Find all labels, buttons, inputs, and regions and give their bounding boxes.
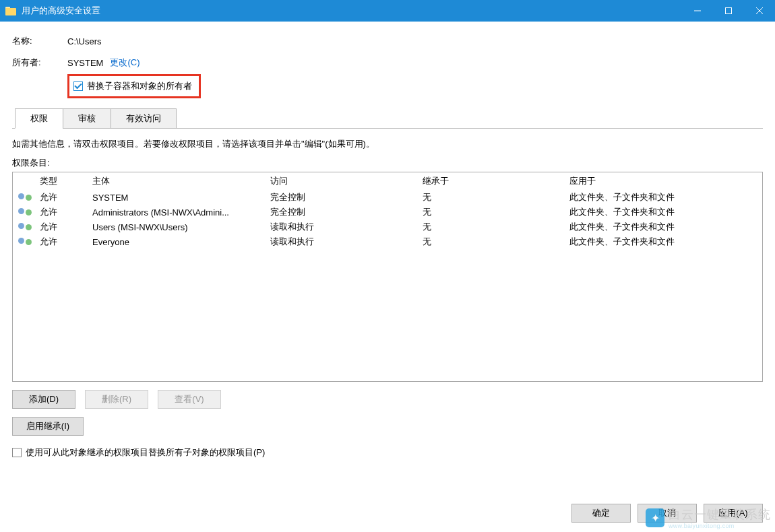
name-value: C:\Users [67,36,102,46]
maximize-button[interactable] [713,0,744,22]
enable-inheritance-button[interactable]: 启用继承(I) [12,417,84,436]
replace-owner-highlight: 替换子容器和对象的所有者 [67,74,201,98]
column-principal[interactable]: 主体 [92,175,270,187]
tab-strip: 权限 审核 有效访问 [12,108,763,129]
users-icon [18,207,32,218]
table-row[interactable]: 允许 Administrators (MSI-NWX\Admini... 完全控… [13,205,762,220]
minimize-button[interactable] [682,0,713,22]
replace-owner-label: 替换子容器和对象的所有者 [87,80,192,92]
column-applies[interactable]: 应用于 [569,175,760,187]
column-access[interactable]: 访问 [270,175,423,187]
folder-icon [5,7,16,15]
tab-effective-access[interactable]: 有效访问 [111,108,177,129]
users-icon [18,192,32,203]
apply-button[interactable]: 应用(A) [704,504,763,523]
column-type[interactable]: 类型 [40,175,92,187]
owner-value: SYSTEM [67,58,103,68]
title-bar: 用户的高级安全设置 [0,0,775,22]
remove-button[interactable]: 删除(R) [85,390,148,409]
table-row[interactable]: 允许 Everyone 读取和执行 无 此文件夹、子文件夹和文件 [13,234,762,249]
owner-label: 所有者: [12,57,67,69]
replace-owner-checkbox[interactable] [73,81,83,91]
view-button[interactable]: 查看(V) [158,390,221,409]
column-inherited[interactable]: 继承于 [423,175,569,187]
tab-auditing[interactable]: 审核 [63,108,111,129]
replace-all-checkbox[interactable] [12,448,22,457]
cancel-button[interactable]: 取消 [638,504,697,523]
change-owner-link[interactable]: 更改(C) [110,57,140,69]
entries-heading: 权限条目: [12,157,763,169]
name-label: 名称: [12,35,67,47]
users-icon [18,222,32,232]
permission-entries-list[interactable]: 类型 主体 访问 继承于 应用于 允许 SYSTEM 完全控制 无 此文件夹、子… [12,172,763,382]
table-row[interactable]: 允许 Users (MSI-NWX\Users) 读取和执行 无 此文件夹、子文… [13,220,762,234]
svg-rect-1 [726,8,732,14]
entries-header: 类型 主体 访问 继承于 应用于 [13,172,762,190]
close-button[interactable] [744,0,775,22]
replace-all-label: 使用可从此对象继承的权限项目替换所有子对象的权限项目(P) [26,446,265,459]
ok-button[interactable]: 确定 [571,504,631,523]
table-row[interactable]: 允许 SYSTEM 完全控制 无 此文件夹、子文件夹和文件 [13,190,762,205]
tab-permissions[interactable]: 权限 [15,108,63,129]
window-title: 用户的高级安全设置 [22,5,682,17]
users-icon [18,236,32,247]
add-button[interactable]: 添加(D) [12,390,75,409]
instruction-text: 如需其他信息，请双击权限项目。若要修改权限项目，请选择该项目并单击"编辑"(如果… [12,138,763,150]
